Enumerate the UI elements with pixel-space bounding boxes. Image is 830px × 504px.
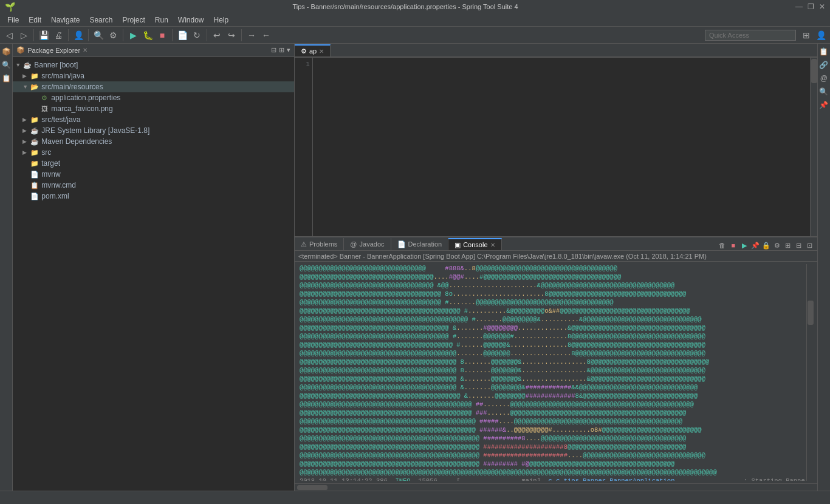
menu-window[interactable]: Window [173, 15, 209, 26]
tab-problems[interactable]: ⚠ Problems [295, 238, 344, 250]
sidebar-icon-2[interactable]: 🔍 [1, 60, 12, 70]
icon-src: 📁 [30, 148, 39, 157]
tree-item-src-main-resources[interactable]: ▼ 📂 src/main/resources [13, 81, 294, 92]
icon-maven: ☕ [30, 137, 39, 146]
label-app-props: application.properties [51, 94, 120, 102]
console-pin-button[interactable]: 📌 [750, 240, 760, 250]
tree-item-src-main-java[interactable]: ▶ 📁 src/main/java [13, 70, 294, 81]
window-controls[interactable]: — ❐ ✕ [795, 2, 825, 11]
console-minimize[interactable]: ⊟ [794, 240, 804, 250]
sidebar-icon-3[interactable]: 📋 [1, 73, 12, 84]
back-button[interactable]: ◁ [2, 29, 16, 42]
console-settings[interactable]: ⚙ [772, 240, 782, 250]
stop-button[interactable]: ■ [156, 29, 169, 42]
console-hscrollbar-thumb[interactable] [297, 485, 328, 490]
tree-item-src[interactable]: ▶ 📁 src [13, 147, 294, 158]
package-explorer-close[interactable]: ✕ [83, 47, 87, 53]
search-toolbar-button[interactable]: 🔍 [92, 29, 105, 42]
tree-item-mvnw[interactable]: 📄 mvnw [13, 169, 294, 180]
tree-item-mvnw-cmd[interactable]: 📋 mvnw.cmd [13, 180, 294, 191]
console-clear-button[interactable]: 🗑 [718, 240, 727, 250]
perspective-button[interactable]: ⊞ [800, 29, 813, 42]
pkg-menu-icon[interactable]: ▾ [287, 46, 290, 54]
debug-button[interactable]: 🐛 [141, 29, 154, 42]
right-icon-1[interactable]: 📋 [818, 46, 829, 57]
toolbar-sep-5 [172, 29, 173, 41]
menu-project[interactable]: Project [117, 15, 149, 26]
arrow-src-test-java: ▶ [22, 117, 30, 123]
tree-item-favicon[interactable]: 🖼 marca_favicon.png [13, 103, 294, 114]
banner-line-10: @@@@@@@@@@@@@@@@@@@@@@@@@@@@@@@@@@@@@@@@… [300, 341, 805, 349]
editor-scrollbar[interactable] [810, 58, 817, 236]
tree-item-target[interactable]: 📁 target [13, 158, 294, 169]
console-tab-close[interactable]: ✕ [490, 242, 495, 248]
arrow-maven: ▶ [22, 138, 30, 145]
console-run-button[interactable]: ▶ [739, 240, 749, 250]
quick-access-input[interactable] [705, 30, 796, 41]
label-banner: Banner [boot] [34, 61, 78, 69]
menu-edit[interactable]: Edit [24, 15, 46, 26]
sidebar-icon-1[interactable]: 📦 [1, 46, 12, 57]
forward-button[interactable]: ▷ [17, 29, 30, 42]
minimize-button[interactable]: — [795, 2, 803, 11]
title-bar: 🌱 Tips - Banner/src/main/resources/appli… [0, 0, 830, 13]
tab-console[interactable]: ▣ Console ✕ [448, 238, 501, 250]
tree-item-jre[interactable]: ▶ ☕ JRE System Library [JavaSE-1.8] [13, 125, 294, 136]
tree-item-src-test-java[interactable]: ▶ 📁 src/test/java [13, 114, 294, 125]
banner-line-8: @@@@@@@@@@@@@@@@@@@@@@@@@@@@@@@@@@@@@@@ … [300, 324, 805, 332]
editor-scrollbar-thumb[interactable] [811, 59, 817, 83]
tab-declaration[interactable]: 📄 Declaration [391, 238, 449, 250]
package-explorer-title: Package Explorer [27, 47, 80, 54]
right-icon-5[interactable]: 📌 [818, 100, 829, 111]
banner-line-24: @@@@@@@@@@@@@@@@@@@@@@@@@@@@@@@@@@@@@@@@… [300, 460, 805, 468]
problems-icon: ⚠ [301, 240, 307, 248]
editor-tab-label: ap [309, 47, 317, 55]
tree-item-maven[interactable]: ▶ ☕ Maven Dependencies [13, 136, 294, 147]
console-hscrollbar[interactable] [295, 483, 817, 491]
editor-tab-close[interactable]: ✕ [319, 48, 324, 55]
menu-run[interactable]: Run [150, 15, 173, 26]
menu-navigate[interactable]: Navigate [46, 15, 84, 26]
main-area: 📦 🔍 📋 📦 Package Explorer ✕ ⊟ ⊞ ▾ ▼ ☕ Ban… [0, 44, 830, 491]
tree-item-pom-xml[interactable]: 📄 pom.xml [13, 191, 294, 202]
tree-item-application-properties[interactable]: ⚙ application.properties [13, 92, 294, 103]
console-scroll-lock[interactable]: 🔒 [761, 240, 771, 250]
console-scrollbar[interactable] [806, 264, 814, 481]
avatar-button[interactable]: 👤 [814, 29, 828, 42]
editor-tab-ap[interactable]: ⚙ ap ✕ [295, 44, 331, 56]
close-button[interactable]: ✕ [819, 2, 825, 11]
package-explorer-tree: ▼ ☕ Banner [boot] ▶ 📁 src/main/java ▼ 📂 … [13, 57, 294, 491]
editor-tab-icon: ⚙ [301, 47, 307, 55]
next-button[interactable]: → [245, 29, 258, 42]
menu-file[interactable]: File [2, 15, 24, 26]
pkg-maximize-icon[interactable]: ⊞ [279, 46, 284, 54]
undo-button[interactable]: ↩ [210, 29, 224, 42]
settings-button[interactable]: ⚙ [106, 29, 120, 42]
refresh-button[interactable]: ↻ [190, 29, 204, 42]
console-stop-button[interactable]: ■ [729, 240, 738, 250]
package-explorer-panel: 📦 Package Explorer ✕ ⊟ ⊞ ▾ ▼ ☕ Banner [b… [13, 44, 295, 491]
print-button[interactable]: 🖨 [52, 29, 65, 42]
right-icon-2[interactable]: 🔗 [818, 60, 829, 70]
menu-search[interactable]: Search [84, 15, 117, 26]
menu-help[interactable]: Help [209, 15, 234, 26]
redo-button[interactable]: ↪ [225, 29, 238, 42]
pkg-minimize-icon[interactable]: ⊟ [271, 46, 276, 54]
run-button[interactable]: ▶ [126, 29, 140, 42]
banner-line-3: @@@@@@@@@@@@@@@@@@@@@@@@@@@@@@@@@@@ &@@.… [300, 281, 805, 290]
editor-body[interactable] [313, 58, 810, 236]
tree-item-banner[interactable]: ▼ ☕ Banner [boot] [13, 60, 294, 70]
profile-button[interactable]: 👤 [72, 29, 85, 42]
prev-button[interactable]: ← [259, 29, 273, 42]
right-icon-3[interactable]: @ [818, 73, 829, 84]
console-new-window[interactable]: ⊞ [783, 240, 793, 250]
save-button[interactable]: 💾 [37, 29, 50, 42]
console-scrollbar-thumb[interactable] [808, 301, 814, 325]
content-area: ⚙ ap ✕ 1 ⚠ Problems [295, 44, 817, 491]
tab-javadoc[interactable]: @ Javadoc [344, 238, 391, 250]
new-button[interactable]: 📄 [176, 29, 189, 42]
maximize-button[interactable]: ❐ [808, 2, 814, 11]
console-maximize[interactable]: ⊡ [805, 240, 815, 250]
toolbar-sep-1 [33, 29, 34, 41]
right-icon-4[interactable]: 🔍 [818, 86, 829, 97]
